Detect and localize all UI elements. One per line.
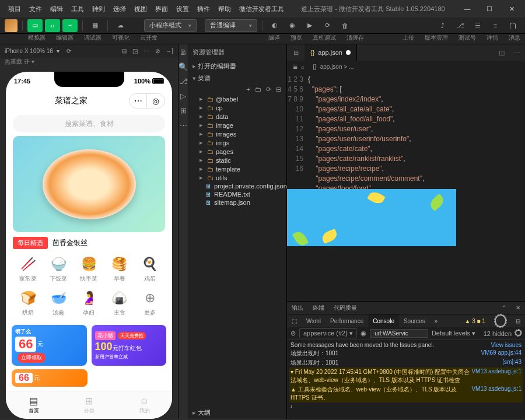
sources-tab[interactable]: Sources [399, 314, 430, 327]
new-folder-icon[interactable]: 🗀 [255, 86, 261, 93]
tree-folder[interactable]: ▸🗀cp [191, 103, 287, 112]
menu-item[interactable]: 工具 [68, 2, 88, 16]
output-tab[interactable]: 输出 [287, 302, 308, 314]
sim-icon[interactable]: ⊘ [155, 48, 160, 54]
quality-tab[interactable]: 代码质量 [329, 302, 362, 314]
simulator-button[interactable]: ▭ [27, 19, 43, 32]
compile-dropdown[interactable]: 普通编译 [205, 19, 257, 32]
outline-section[interactable]: 大纲 [188, 407, 287, 419]
test-account-button[interactable]: ☰ [470, 19, 485, 32]
tab-item[interactable]: ⊞分类 [61, 391, 117, 419]
more-icon[interactable]: ⋯ [509, 49, 525, 57]
collapse-icon[interactable]: ⊟ [276, 86, 281, 93]
hero-image[interactable] [13, 136, 165, 232]
tree-file[interactable]: 🗎sitemap.json [191, 198, 287, 206]
category-cell[interactable]: 🤰孕妇 [74, 290, 104, 317]
inspect-icon[interactable]: ⬚ [287, 314, 302, 327]
new-file-icon[interactable]: + [246, 86, 250, 93]
tree-folder[interactable]: ▸🗀template [191, 164, 287, 173]
category-cell[interactable]: 🍚下饭菜 [43, 256, 74, 283]
files-icon[interactable]: 🗎 [180, 48, 187, 57]
debugger-button[interactable]: ⌁ [62, 19, 78, 32]
clear-icon[interactable]: ⊘ [290, 330, 296, 337]
mode-dropdown[interactable]: 小程序模式 [144, 19, 197, 32]
hidden-count[interactable]: 12 hidden [484, 330, 512, 337]
editor-tab[interactable]: {} app.json [304, 44, 357, 61]
source-link[interactable]: VM13 asdebug.js:1 [471, 386, 522, 402]
eye-icon[interactable]: ◉ [360, 330, 366, 337]
sim-icon[interactable]: →] [166, 48, 173, 54]
search-icon[interactable]: 🔍 [178, 62, 188, 71]
compile-button[interactable]: ◐ [267, 19, 282, 32]
clear-cache-button[interactable]: 🗑 [337, 19, 352, 32]
terminal-tab[interactable]: 终端 [308, 302, 329, 314]
source-link[interactable]: VM69 app.js:44 [481, 349, 522, 358]
message-button[interactable] [505, 19, 520, 32]
gear-icon[interactable] [490, 314, 511, 327]
menu-item[interactable]: 编辑 [47, 2, 66, 16]
menu-item[interactable]: 视图 [131, 2, 150, 16]
menu-item[interactable]: 项目 [5, 2, 24, 16]
chevron-up-icon[interactable]: ⌃ [497, 302, 511, 314]
tree-folder[interactable]: ▸🗀utils [191, 173, 287, 182]
code-editor[interactable]: 1 2 3 4 5 6 7 8 9 10 11 12 13 14 15 16 {… [287, 72, 525, 301]
category-cell[interactable]: ⊕更多 [135, 290, 165, 317]
menu-item[interactable]: 界面 [152, 2, 172, 16]
upload-button[interactable]: ⤴ [435, 19, 450, 32]
tree-folder[interactable]: ▸🗀data [191, 112, 287, 121]
ext-icon[interactable]: ⋯ [180, 121, 187, 130]
version-button[interactable]: ⎇ [453, 19, 468, 32]
menu-item[interactable]: 转到 [89, 2, 108, 16]
details-button[interactable]: ≡ [488, 19, 503, 32]
tree-file[interactable]: 🗎project.private.config.json [191, 182, 287, 190]
split-icon[interactable]: ◫ [494, 49, 509, 57]
cloud-button[interactable]: ☁ [113, 19, 128, 32]
source-link[interactable]: VM13 asdebug.js:1 [471, 368, 522, 384]
sim-icon[interactable]: ◲ [132, 48, 138, 54]
tab-item[interactable]: ▤首页 [6, 391, 61, 419]
minimize-button[interactable]: — [459, 5, 476, 13]
close-button[interactable]: ✕ [503, 5, 520, 13]
refresh-icon[interactable]: ⟳ [266, 86, 271, 93]
banner-eleme[interactable]: 饿了么 66元 立即领取 [12, 325, 87, 366]
cache-button[interactable]: ⟳ [320, 19, 335, 32]
menu-icon[interactable]: ⋯ [130, 94, 147, 108]
source-link[interactable]: [sm]:43 [502, 359, 522, 367]
tree-folder[interactable]: ▸🗀imgs [191, 138, 287, 147]
dock-icon[interactable]: ⊟ [511, 314, 525, 327]
sim-icon[interactable]: ⊟ [122, 48, 127, 54]
sim-icon[interactable]: ⋯ [144, 48, 149, 54]
breadcrumb[interactable]: ≣⌕{}app.json > ... [287, 61, 525, 72]
performance-tab[interactable]: Performance [326, 314, 368, 327]
menu-item[interactable]: 文件 [26, 2, 46, 16]
filter-input[interactable] [370, 329, 428, 338]
close-icon[interactable]: ✕ [511, 302, 525, 314]
menu-item[interactable]: 微信开发者工具 [236, 2, 288, 16]
category-cell[interactable]: 🍙主食 [104, 290, 135, 317]
device-label[interactable]: iPhone X 100% 16 [5, 48, 53, 54]
menu-item[interactable]: 插件 [194, 2, 214, 16]
tree-folder[interactable]: ▸🗀static [191, 156, 287, 164]
category-cell[interactable]: 🥣汤羹 [43, 290, 74, 317]
warn-badge[interactable]: ▲ 3 ■ 1 [460, 314, 490, 327]
maximize-button[interactable]: ☐ [481, 5, 498, 13]
visual-button[interactable]: ▦ [88, 19, 103, 32]
preview-button[interactable]: ◉ [285, 19, 300, 32]
category-cell[interactable]: 🍔快手菜 [74, 256, 104, 283]
more-tab[interactable]: » [430, 314, 443, 327]
category-cell[interactable]: 🍳鸡蛋 [135, 256, 165, 283]
ext-icon[interactable]: ⊞ [180, 106, 187, 115]
menu-item[interactable]: 帮助 [215, 2, 235, 16]
tree-folder[interactable]: ▸🗀pages [191, 147, 287, 156]
console-tab[interactable]: Console [368, 314, 399, 327]
search-input[interactable]: 搜索菜谱、食材 [13, 115, 165, 132]
context-dropdown[interactable]: appservice (#2) ▾ [299, 328, 357, 338]
category-cell[interactable]: 🥞早餐 [104, 256, 135, 283]
open-editors-section[interactable]: 打开的编辑器 [188, 60, 287, 72]
wxml-tab[interactable]: Wxml [302, 314, 326, 327]
tree-folder[interactable]: ▸🗀image [191, 121, 287, 130]
levels-dropdown[interactable]: Default levels ▾ [432, 330, 475, 337]
source-link[interactable]: View issues [491, 342, 522, 348]
tree-file[interactable]: 🗎README.txt [191, 190, 287, 198]
git-icon[interactable]: ⎇ [179, 77, 188, 86]
